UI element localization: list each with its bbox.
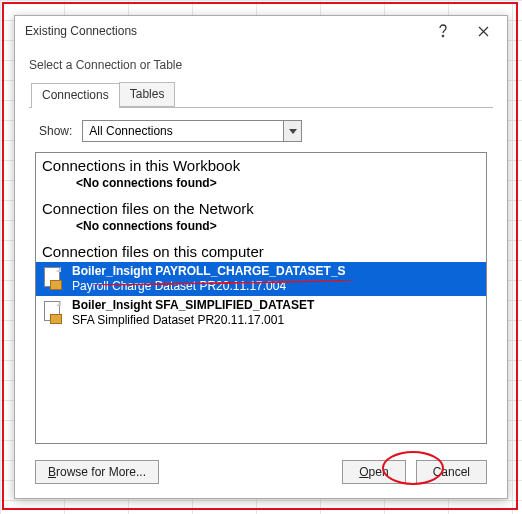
button-row: Browse for More... Open Cancel	[29, 456, 493, 488]
group-header-network: Connection files on the Network	[36, 196, 486, 219]
close-button[interactable]	[463, 17, 503, 45]
item-text: Boiler_Insight PAYROLL_CHARGE_DATASET_S …	[72, 264, 346, 294]
connection-item[interactable]: Boiler_Insight SFA_SIMPLIFIED_DATASET SF…	[36, 296, 486, 330]
mnemonic: B	[48, 465, 56, 479]
item-text: Boiler_Insight SFA_SIMPLIFIED_DATASET SF…	[72, 298, 314, 328]
tab-strip: Connections Tables	[29, 82, 493, 108]
show-row: Show: All Connections	[29, 120, 493, 152]
instruction-text: Select a Connection or Table	[29, 58, 493, 72]
chevron-down-icon	[283, 121, 301, 141]
connection-item-selected[interactable]: Boiler_Insight PAYROLL_CHARGE_DATASET_S …	[36, 262, 486, 296]
window-title: Existing Connections	[25, 24, 423, 38]
mnemonic: O	[359, 465, 368, 479]
group-header-computer: Connection files on this computer	[36, 239, 486, 262]
item-name: Boiler_Insight SFA_SIMPLIFIED_DATASET	[72, 298, 314, 313]
open-button[interactable]: Open	[342, 460, 405, 484]
existing-connections-dialog: Existing Connections Select a Connection…	[14, 15, 508, 499]
browse-for-more-button[interactable]: Browse for More...	[35, 460, 159, 484]
btn-label: Cancel	[433, 465, 470, 479]
cancel-button[interactable]: Cancel	[416, 460, 487, 484]
tab-tables[interactable]: Tables	[119, 82, 176, 107]
tab-label: Connections	[42, 88, 109, 102]
connections-listbox[interactable]: Connections in this Workbook <No connect…	[35, 152, 487, 444]
item-desc: SFA Simplified Dataset PR20.11.17.001	[72, 313, 314, 328]
svg-point-0	[442, 35, 444, 37]
show-label: Show:	[39, 124, 72, 138]
show-dropdown[interactable]: All Connections	[82, 120, 302, 142]
connection-file-icon	[42, 300, 64, 326]
group-empty-workbook: <No connections found>	[36, 176, 486, 196]
btn-rest: rowse for More...	[56, 465, 146, 479]
item-name: Boiler_Insight PAYROLL_CHARGE_DATASET_S	[72, 264, 346, 279]
help-button[interactable]	[423, 17, 463, 45]
group-header-workbook: Connections in this Workbook	[36, 153, 486, 176]
dialog-body: Select a Connection or Table Connections…	[15, 46, 507, 498]
show-value: All Connections	[89, 124, 283, 138]
group-empty-network: <No connections found>	[36, 219, 486, 239]
tab-label: Tables	[130, 87, 165, 101]
tab-connections[interactable]: Connections	[31, 83, 120, 108]
item-desc: Payroll Charge Dataset PR20.11.17.004	[72, 279, 346, 294]
connection-file-icon	[42, 266, 64, 292]
btn-rest: pen	[369, 465, 389, 479]
titlebar: Existing Connections	[15, 16, 507, 46]
